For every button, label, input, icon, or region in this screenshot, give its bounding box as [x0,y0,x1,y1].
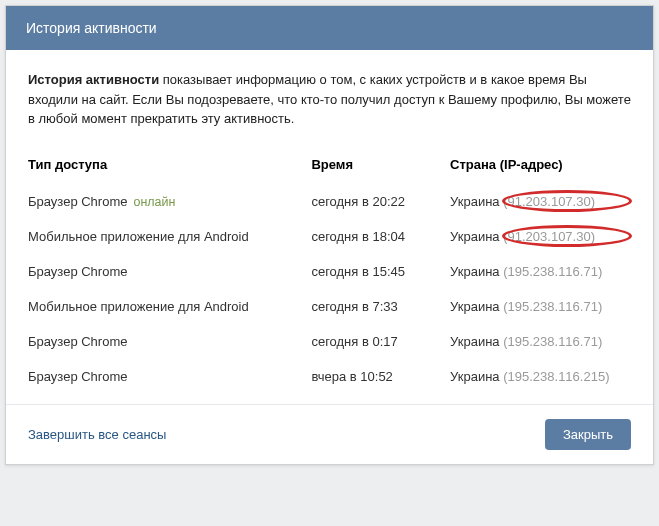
ip-address: (91.203.107.30) [503,194,595,209]
ip-address: (195.238.116.71) [503,264,602,279]
modal-title: История активности [26,20,157,36]
table-row[interactable]: Браузер Chromeвчера в 10:52Украина (195.… [28,359,631,394]
cell-type: Браузер Chrome [28,324,311,359]
modal-body: История активности показывает информацию… [6,50,653,404]
cell-country: Украина (91.203.107.30) [450,184,631,219]
description-text: История активности показывает информацию… [28,70,631,129]
access-type: Браузер Chrome [28,264,127,279]
country-name: Украина [450,299,503,314]
table-row[interactable]: Мобильное приложение для Androidсегодня … [28,289,631,324]
table-row[interactable]: Браузер Chromeонлайнсегодня в 20:22Украи… [28,184,631,219]
modal-header: История активности [6,6,653,50]
cell-country: Украина (195.238.116.71) [450,324,631,359]
close-button[interactable]: Закрыть [545,419,631,450]
description-bold: История активности [28,72,159,87]
header-type: Тип доступа [28,149,311,184]
table-row[interactable]: Мобильное приложение для Androidсегодня … [28,219,631,254]
ip-address: (195.238.116.71) [503,334,602,349]
cell-type: Браузер Chrome [28,359,311,394]
cell-time: сегодня в 7:33 [311,289,450,324]
cell-type: Браузер Chromeонлайн [28,184,311,219]
access-type: Браузер Chrome [28,369,127,384]
country-name: Украина [450,194,503,209]
ip-address: (195.238.116.215) [503,369,609,384]
access-type: Браузер Chrome [28,194,127,209]
ip-address: (195.238.116.71) [503,299,602,314]
activity-history-modal: История активности История активности по… [5,5,654,465]
table-row[interactable]: Браузер Chromeсегодня в 15:45Украина (19… [28,254,631,289]
country-name: Украина [450,334,503,349]
access-type: Мобильное приложение для Android [28,229,249,244]
header-country: Страна (IP-адрес) [450,149,631,184]
online-badge: онлайн [133,195,175,209]
sessions-table: Тип доступа Время Страна (IP-адрес) Брау… [28,149,631,394]
access-type: Браузер Chrome [28,334,127,349]
cell-time: сегодня в 18:04 [311,219,450,254]
table-row[interactable]: Браузер Chromeсегодня в 0:17Украина (195… [28,324,631,359]
cell-time: сегодня в 0:17 [311,324,450,359]
modal-footer: Завершить все сеансы Закрыть [6,404,653,464]
cell-type: Мобильное приложение для Android [28,289,311,324]
cell-country: Украина (91.203.107.30) [450,219,631,254]
cell-country: Украина (195.238.116.215) [450,359,631,394]
country-name: Украина [450,229,503,244]
table-header-row: Тип доступа Время Страна (IP-адрес) [28,149,631,184]
cell-time: сегодня в 15:45 [311,254,450,289]
access-type: Мобильное приложение для Android [28,299,249,314]
end-all-sessions-link[interactable]: Завершить все сеансы [28,427,166,442]
country-name: Украина [450,264,503,279]
cell-time: вчера в 10:52 [311,359,450,394]
cell-type: Мобильное приложение для Android [28,219,311,254]
cell-time: сегодня в 20:22 [311,184,450,219]
cell-country: Украина (195.238.116.71) [450,289,631,324]
ip-address: (91.203.107.30) [503,229,595,244]
header-time: Время [311,149,450,184]
cell-type: Браузер Chrome [28,254,311,289]
cell-country: Украина (195.238.116.71) [450,254,631,289]
country-name: Украина [450,369,503,384]
